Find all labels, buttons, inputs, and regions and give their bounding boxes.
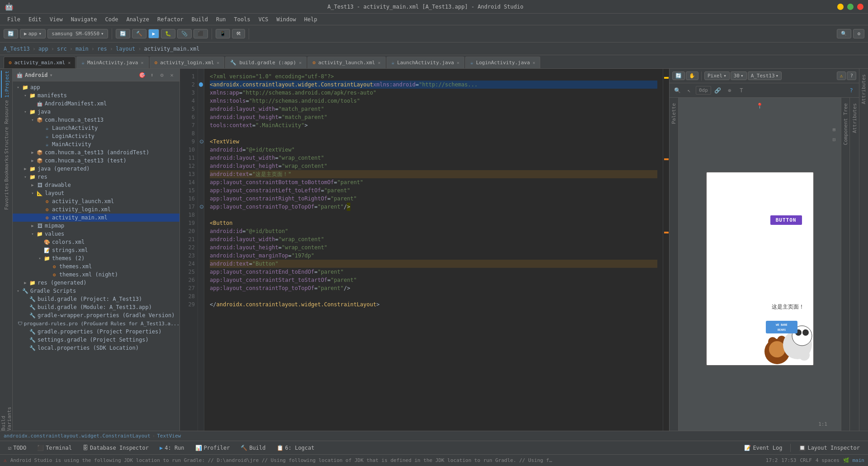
menu-edit[interactable]: Edit [25, 15, 45, 24]
project-settings-btn[interactable]: ⚙ [158, 71, 166, 79]
sdk-btn[interactable]: 🛠 [232, 29, 245, 38]
tree-item-gradle-scripts[interactable]: ▾ 🔧 Gradle Scripts [13, 287, 179, 295]
tree-item-settings-gradle[interactable]: ▶ 🔧 settings.gradle (Project Settings) [13, 336, 179, 344]
tree-item-colors[interactable]: ▶ 🎨 colors.xml [13, 238, 179, 246]
tab-close-btn[interactable]: ✕ [217, 60, 219, 65]
tree-item-activity-main[interactable]: ▶ ⚙ activity_main.xml [13, 214, 179, 222]
debug-btn[interactable]: 🐛 [161, 29, 175, 38]
menu-navigate[interactable]: Navigate [67, 15, 101, 24]
tree-item-java-gen[interactable]: ▶ 📁 java (generated) [13, 165, 179, 173]
tree-item-gradle-props[interactable]: ▶ 🔧 gradle.properties (Project Propertie… [13, 328, 179, 336]
tab-todo[interactable]: ☑ TODO [4, 444, 31, 452]
bc-textview[interactable]: TextView [157, 433, 181, 439]
preview-zoom-btn[interactable]: ⊞ [830, 125, 839, 134]
menu-help[interactable]: Help [301, 15, 321, 24]
tree-item-com-test[interactable]: ▶ 📦 com.hnucm.a_test13 (test) [13, 157, 179, 165]
help-btn[interactable]: ? [847, 71, 856, 80]
menu-refactor[interactable]: Refactor [154, 15, 187, 24]
close-project-panel-btn[interactable]: ✕ [168, 71, 176, 79]
tab-terminal[interactable]: ⬛ Terminal [33, 444, 76, 452]
tree-item-com-androidtest[interactable]: ▶ 📦 com.hnucm.a_test13 (androidTest) [13, 148, 179, 157]
nav-file[interactable]: activity_main.xml [144, 46, 200, 52]
code-editor[interactable]: 12345 678910 1112131415 1617181920 21222… [180, 69, 669, 431]
tree-item-themes-xml2[interactable]: ▶ ⚙ themes.xml (night) [13, 271, 179, 279]
collapse-all-btn[interactable]: ⬆ [148, 71, 156, 79]
tab-loginactivity-java[interactable]: ☕ LoginActivity.java ✕ [465, 57, 540, 68]
tree-item-mipmap[interactable]: ▶ 🖼 mipmap [13, 222, 179, 230]
tree-item-activity-launch[interactable]: ▶ ⚙ activity_launch.xml [13, 197, 179, 205]
tab-build[interactable]: 🔨 Build [236, 444, 270, 452]
close-button[interactable] [857, 4, 863, 10]
tree-item-res-gen[interactable]: ▶ 📁 res (generated) [13, 279, 179, 287]
run-config-selector[interactable]: ▶ app ▾ [20, 29, 46, 38]
attach-debugger-btn[interactable]: 📎 [177, 29, 192, 38]
tree-item-java[interactable]: ▾ 📁 java [13, 108, 179, 116]
window-controls[interactable] [837, 4, 863, 10]
fold-marker-button[interactable]: - [200, 205, 203, 209]
tab-activity-launch-xml[interactable]: ⚙ activity_launch.xml ✕ [307, 57, 386, 68]
menu-vcs[interactable]: VCS [255, 15, 272, 24]
design-refresh-btn[interactable]: 🔄 [672, 71, 685, 80]
design-connect-btn[interactable]: 🔗 [713, 86, 723, 95]
menu-view[interactable]: View [46, 15, 66, 24]
device-selector[interactable]: samsung SM-G9550 ▾ [47, 29, 108, 38]
stop-btn[interactable]: ⬛ [193, 29, 208, 38]
run-btn[interactable]: ▶ [148, 29, 160, 38]
build-variants-btn[interactable]: Build Variants [1, 404, 12, 431]
sync-project-btn[interactable]: 🔄 [116, 29, 130, 38]
minimize-button[interactable] [837, 4, 844, 10]
tree-item-themes-xml1[interactable]: ▶ ⚙ themes.xml [13, 262, 179, 271]
tree-item-proguard[interactable]: ▶ 🛡 proguard-rules.pro (ProGuard Rules f… [13, 319, 179, 328]
menu-analyze[interactable]: Analyze [123, 15, 153, 24]
tree-item-activity-login[interactable]: ▶ ⚙ activity_login.xml [13, 205, 179, 214]
make-project-btn[interactable]: 🔨 [132, 29, 146, 38]
tab-logcat[interactable]: 📋 6: Logcat [272, 444, 319, 452]
tab-db-inspector[interactable]: 🗄 Database Inspector [78, 444, 153, 452]
menu-code[interactable]: Code [102, 15, 122, 24]
menu-tools[interactable]: Tools [231, 15, 254, 24]
tab-build-gradle-app[interactable]: 🔧 build.gradle (:app) ✕ [225, 57, 307, 68]
tree-item-strings[interactable]: ▶ 📝 strings.xml [13, 246, 179, 254]
tree-item-mainactivity[interactable]: ▶ ☕ MainActivity [13, 140, 179, 148]
preview-fit-btn[interactable]: ⊡ [830, 135, 839, 144]
nav-app[interactable]: app [38, 46, 48, 52]
tab-run[interactable]: ▶ 4: Run [155, 444, 189, 452]
tree-item-values[interactable]: ▾ 📁 values [13, 230, 179, 238]
zoom-selector[interactable]: 30 ▾ [731, 71, 747, 80]
design-text-btn[interactable]: T [736, 86, 746, 95]
tree-item-local-props[interactable]: ▶ 🔧 local.properties (SDK Location) [13, 344, 179, 352]
nav-src[interactable]: src [57, 46, 67, 52]
component-tree-strip[interactable]: Component Tree [841, 98, 850, 431]
warning-btn[interactable]: ⚠ [837, 71, 846, 80]
code-content[interactable]: <?xml version="1.0" encoding="utf-8"?> <… [204, 69, 663, 431]
nav-layout[interactable]: layout [116, 46, 135, 52]
design-pan-btn[interactable]: ✋ [686, 71, 698, 80]
tree-item-layout[interactable]: ▾ 📐 layout [13, 189, 179, 197]
tab-profiler[interactable]: 📊 Profiler [191, 444, 235, 452]
locate-file-btn[interactable]: 🎯 [138, 71, 146, 79]
favorites-btn[interactable]: Favorites [1, 183, 12, 210]
avd-btn[interactable]: 📱 [216, 29, 230, 38]
pixel-device-selector[interactable]: Pixel ▾ [704, 71, 730, 80]
bc-constraintlayout[interactable]: androidx.constraintlayout.widget.Constra… [4, 433, 151, 439]
tab-mainactivity-java[interactable]: ☕ MainActivity.java ✕ [76, 57, 148, 68]
tree-item-app[interactable]: ▾ 📁 app [13, 83, 179, 91]
resource-manager-btn[interactable]: Resource [1, 99, 12, 126]
project-selector[interactable]: A_Test13 ▾ [748, 71, 782, 80]
tree-item-com-hnucm[interactable]: ▾ 📦 com.hnucm.a_test13 [13, 116, 179, 124]
design-zoom-in-btn[interactable]: 🔍 [672, 86, 682, 95]
toolbar-sync-btn[interactable]: 🔄 [4, 29, 18, 38]
tab-layout-inspector[interactable]: 🔲 Layout Inspector [794, 444, 864, 452]
nav-project[interactable]: A_Test13 [4, 46, 30, 52]
attributes-strip[interactable]: Attributes [850, 98, 859, 431]
tab-close-btn[interactable]: ✕ [299, 60, 302, 65]
tree-item-launchactivity[interactable]: ▶ ☕ LaunchActivity [13, 124, 179, 132]
tab-close-btn[interactable]: ✕ [378, 60, 381, 65]
tab-activity-main-xml[interactable]: ⚙ activity_main.xml ✕ [4, 57, 75, 68]
menu-build[interactable]: Build [188, 15, 212, 24]
fold-marker-textview[interactable]: - [200, 140, 203, 143]
tab-close-btn[interactable]: ✕ [68, 60, 71, 65]
maximize-button[interactable] [847, 4, 854, 10]
tree-item-build-gradle-mod[interactable]: ▶ 🔧 build.gradle (Module: A_Test13.app) [13, 303, 179, 311]
tab-close-btn[interactable]: ✕ [533, 60, 535, 65]
